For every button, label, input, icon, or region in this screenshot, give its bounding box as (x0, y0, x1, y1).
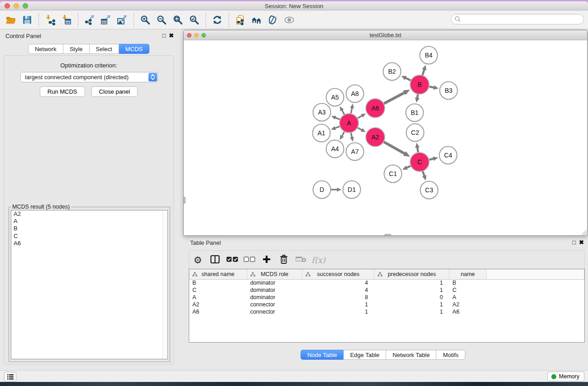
select-all-button[interactable] (225, 252, 239, 268)
result-item-a6[interactable]: A6 (11, 240, 167, 247)
refresh-layout-button[interactable] (210, 12, 224, 28)
table-tab-node-table[interactable]: Node Table (301, 350, 344, 360)
tab-mcds[interactable]: MCDS (119, 44, 149, 54)
cell[interactable]: dominator (247, 294, 302, 301)
cell[interactable]: A (189, 294, 247, 301)
add-row-button[interactable] (260, 252, 273, 268)
delete-row-button[interactable] (277, 252, 291, 268)
open-file-button[interactable] (4, 12, 18, 28)
node-B1[interactable]: B1 (406, 104, 424, 122)
table-tab-motifs[interactable]: Motifs (436, 350, 465, 360)
cell[interactable]: 0 (374, 294, 449, 301)
node-A7[interactable]: A7 (346, 143, 364, 161)
zoom-selected-button[interactable] (187, 12, 201, 28)
node-C3[interactable]: C3 (421, 181, 438, 199)
cell[interactable]: A2 (189, 301, 247, 308)
column-header-shared-name[interactable]: shared name (189, 269, 247, 279)
node-D[interactable]: D (313, 181, 331, 199)
window-resize-grip[interactable] (581, 229, 587, 235)
table-row-a2[interactable]: A2connector11A2 (189, 301, 584, 308)
cell[interactable]: B (189, 279, 247, 286)
home-view-button[interactable] (250, 12, 263, 28)
table-float-panel-icon[interactable]: □ (572, 239, 576, 246)
cell[interactable]: 4 (302, 279, 374, 286)
node-D1[interactable]: D1 (343, 181, 361, 199)
cell[interactable]: 1 (374, 301, 449, 308)
cell[interactable]: 1 (374, 308, 449, 315)
node-B4[interactable]: B4 (420, 47, 438, 64)
column-header-successor-nodes[interactable]: successor nodes (302, 269, 374, 279)
node-A1[interactable]: A1 (313, 124, 330, 142)
node-C[interactable]: C (410, 152, 429, 172)
show-graphics-details-button[interactable] (266, 12, 280, 28)
result-item-a[interactable]: A (11, 218, 167, 225)
node-A[interactable]: A (339, 114, 359, 133)
node-A5[interactable]: A5 (326, 89, 344, 106)
cell[interactable]: 1 (302, 308, 374, 315)
column-header-MCDS-role[interactable]: MCDS role (247, 269, 302, 279)
node-B3[interactable]: B3 (440, 82, 458, 100)
import-network-button[interactable] (43, 12, 57, 28)
cell[interactable]: A2 (449, 301, 487, 308)
column-header-name[interactable]: name (449, 269, 487, 279)
zoom-fit-button[interactable] (171, 12, 185, 28)
result-list-scrollbar[interactable] (162, 211, 167, 358)
tab-network[interactable]: Network (28, 44, 63, 54)
node-A3[interactable]: A3 (313, 104, 331, 121)
criterion-dropdown[interactable]: largest connected component (directed) (20, 72, 158, 82)
zoom-out-button[interactable] (155, 12, 168, 28)
node-C2[interactable]: C2 (406, 124, 424, 142)
tab-style[interactable]: Style (63, 44, 90, 54)
table-row-a6[interactable]: A6connector11A6 (189, 308, 584, 315)
export-table-button[interactable] (99, 12, 113, 28)
canvas-horizontal-scrollbar[interactable] (384, 234, 391, 235)
result-item-b[interactable]: B (11, 225, 167, 232)
search-input[interactable] (451, 14, 584, 24)
tab-select[interactable]: Select (90, 44, 119, 54)
export-image-button[interactable] (115, 12, 129, 28)
cell[interactable]: dominator (247, 279, 302, 286)
column-header-predecessor-nodes[interactable]: predecessor nodes (374, 269, 449, 279)
split-view-button[interactable] (208, 252, 222, 268)
zoom-in-button[interactable] (139, 12, 152, 28)
table-tab-network-table[interactable]: Network Table (386, 350, 436, 360)
deselect-all-button[interactable] (243, 252, 256, 268)
result-item-a2[interactable]: A2 (11, 210, 167, 218)
memory-button[interactable]: Memory (547, 372, 584, 381)
node-B2[interactable]: B2 (383, 63, 401, 81)
import-table-button[interactable] (60, 12, 73, 28)
network-canvas[interactable]: B4 B2 B B3 A8 A5 A6 A3 B1 A C2 A1 A2 (184, 40, 587, 235)
table-close-panel-icon[interactable]: ✖ (579, 239, 584, 246)
node-A2[interactable]: A2 (366, 128, 385, 147)
node-A4[interactable]: A4 (326, 140, 344, 158)
cell[interactable]: 1 (374, 279, 449, 286)
cell[interactable]: 1 (374, 286, 449, 294)
cell[interactable]: 1 (302, 301, 374, 308)
save-session-button[interactable] (20, 12, 34, 28)
cell[interactable]: dominator (247, 286, 302, 294)
table-row-b[interactable]: Bdominator41B (189, 279, 584, 286)
canvas-vertical-scrollbar[interactable] (184, 197, 186, 204)
cell[interactable]: B (449, 279, 487, 286)
float-panel-icon[interactable]: □ (162, 32, 166, 39)
cell[interactable]: A6 (449, 308, 487, 315)
close-panel-icon[interactable]: ✖ (169, 32, 174, 39)
export-network-button[interactable] (83, 12, 96, 28)
cell[interactable]: 4 (302, 286, 374, 294)
close-panel-button[interactable]: Close panel (91, 86, 138, 97)
cell[interactable]: 8 (302, 294, 374, 301)
node-A8[interactable]: A8 (346, 85, 364, 103)
clone-network-button[interactable] (234, 12, 247, 28)
run-mcds-button[interactable]: Run MCDS (40, 86, 85, 97)
column-settings-button[interactable]: ⚙ (191, 252, 205, 268)
table-row-a[interactable]: Adominator80A (189, 294, 584, 301)
task-history-button[interactable] (4, 372, 16, 381)
node-A6[interactable]: A6 (366, 99, 385, 118)
cell[interactable]: C (449, 286, 487, 294)
table-row-c[interactable]: Cdominator41C (189, 286, 584, 294)
birds-eye-view-button[interactable] (282, 12, 296, 28)
cell[interactable]: C (189, 286, 247, 294)
node-C1[interactable]: C1 (384, 165, 402, 183)
node-B[interactable]: B (410, 75, 429, 94)
result-item-c[interactable]: C (11, 233, 167, 240)
